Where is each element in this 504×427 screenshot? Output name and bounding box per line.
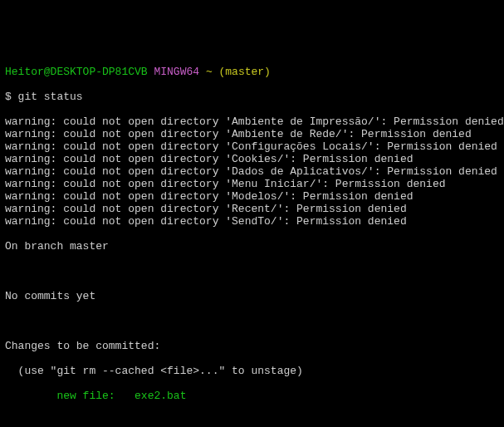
- branch-line: On branch master: [5, 240, 499, 253]
- prompt-dollar: $: [5, 91, 18, 103]
- warning-line: warning: could not open directory 'Ambie…: [5, 115, 499, 128]
- prompt-line: Heitor@DESKTOP-DP81CVB MINGW64 ~ (master…: [5, 66, 499, 78]
- no-commits-line: No commits yet: [5, 290, 499, 302]
- prompt-env: MINGW64: [154, 66, 199, 78]
- command-text: git status: [18, 91, 83, 103]
- warning-line: warning: could not open directory 'Recen…: [5, 203, 499, 215]
- prompt-branch: (master): [219, 66, 271, 78]
- staged-file: new file: exe2.bat: [5, 390, 499, 402]
- changes-header: Changes to be committed:: [5, 340, 499, 352]
- warning-line: warning: could not open directory 'Dados…: [5, 165, 499, 178]
- prompt-path: ~: [206, 66, 213, 78]
- warning-line: warning: could not open directory 'Cooki…: [5, 153, 499, 165]
- warning-line: warning: could not open directory 'SendT…: [5, 215, 499, 228]
- terminal-output[interactable]: Heitor@DESKTOP-DP81CVB MINGW64 ~ (master…: [5, 53, 499, 427]
- prompt-user: Heitor@DESKTOP-DP81CVB: [5, 66, 148, 78]
- warning-line: warning: could not open directory 'Model…: [5, 190, 499, 203]
- warning-line: warning: could not open directory 'Ambie…: [5, 128, 499, 140]
- warning-line: warning: could not open directory 'Confi…: [5, 140, 499, 153]
- changes-hint: (use "git rm --cached <file>..." to unst…: [5, 365, 499, 377]
- warning-line: warning: could not open directory 'Menu …: [5, 178, 499, 190]
- command-line: $ git status: [5, 91, 499, 103]
